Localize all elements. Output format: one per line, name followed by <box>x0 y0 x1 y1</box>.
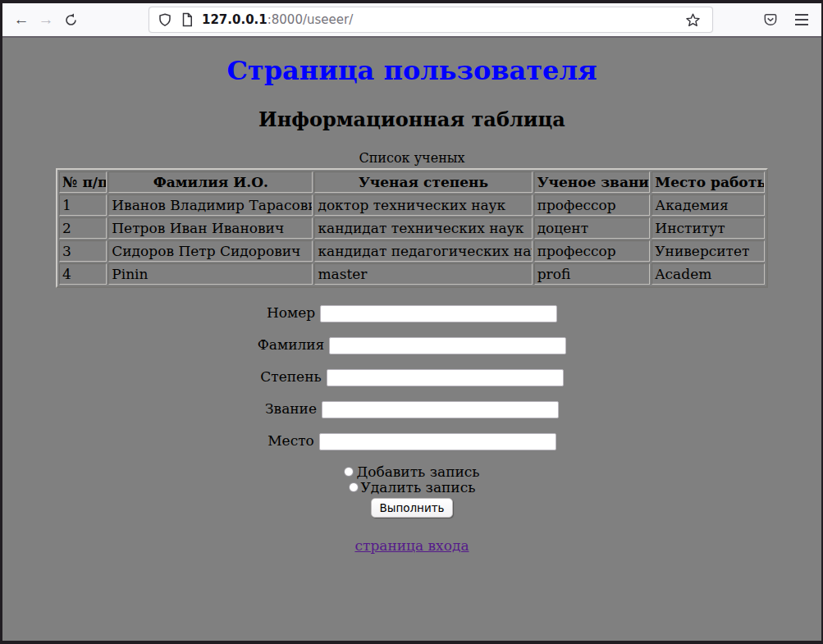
col-header-rank: Ученое звание <box>534 171 651 193</box>
form-row-surname: Фамилия <box>2 336 821 354</box>
pocket-icon <box>762 11 779 28</box>
browser-toolbar: ← → 127.0.0.1:8000/useeer/ <box>2 3 821 38</box>
shield-icon <box>158 12 172 27</box>
reload-button[interactable] <box>58 7 83 32</box>
menu-icon <box>795 14 808 16</box>
col-header-number: № п/п <box>59 171 107 193</box>
page-title: Страница пользователя <box>2 55 821 86</box>
cell-name: Сидоров Петр Сидорович <box>108 240 313 262</box>
menu-button[interactable] <box>790 8 813 31</box>
cell-degree: кандидат технических наук <box>314 217 532 239</box>
rank-label: Звание <box>265 400 317 417</box>
table-row: 3 Сидоров Петр Сидорович кандидат педаго… <box>59 240 765 262</box>
form-row-rank: Звание <box>2 400 821 418</box>
page-content: Страница пользователя Информационная таб… <box>2 38 821 641</box>
degree-input[interactable] <box>327 369 564 386</box>
table-caption: Список ученых <box>2 150 821 166</box>
add-record-label: Добавить запись <box>356 464 479 480</box>
radio-row-delete: Удалить запись <box>2 480 821 496</box>
cell-rank: profi <box>534 263 651 285</box>
url-path: :8000/useeer/ <box>267 12 354 27</box>
login-page-link[interactable]: страница входа <box>354 537 469 554</box>
page-info-icon <box>181 12 194 27</box>
col-header-name: Фамилия И.О. <box>108 171 313 193</box>
number-label: Номер <box>267 304 315 321</box>
login-link-wrap: страница входа <box>2 537 821 554</box>
cell-workplace: Институт <box>652 217 765 239</box>
star-icon <box>685 12 701 28</box>
surname-label: Фамилия <box>258 336 325 353</box>
record-form: Номер Фамилия Степень Звание Место Добав… <box>2 304 821 518</box>
cell-name: Pinin <box>108 263 313 285</box>
cell-rank: доцент <box>534 217 651 239</box>
url-bar[interactable]: 127.0.0.1:8000/useeer/ <box>149 7 713 33</box>
scientists-table-wrap: Список ученых № п/п Фамилия И.О. Ученая … <box>2 150 821 288</box>
delete-record-label: Удалить запись <box>361 479 476 496</box>
forward-button[interactable]: → <box>34 7 58 32</box>
cell-rank: профессор <box>534 194 651 216</box>
cell-number: 2 <box>59 217 107 239</box>
table-header-row: № п/п Фамилия И.О. Ученая степень Ученое… <box>59 171 765 193</box>
table-row: 2 Петров Иван Иванович кандидат техничес… <box>59 217 765 239</box>
col-header-degree: Ученая степень <box>314 171 532 193</box>
cell-workplace: Университет <box>652 240 765 262</box>
form-row-number: Номер <box>2 304 821 322</box>
table-row: 4 Pinin master profi Academ <box>59 263 765 285</box>
cell-workplace: Academ <box>652 263 765 285</box>
browser-window: ← → 127.0.0.1:8000/useeer/ <box>0 0 823 644</box>
cell-degree: master <box>314 263 532 285</box>
reload-icon <box>64 13 78 27</box>
cell-name: Иванов Владимир Тарасович <box>108 194 313 216</box>
cell-workplace: Академия <box>652 194 765 216</box>
degree-label: Степень <box>260 368 321 385</box>
scientists-table: № п/п Фамилия И.О. Ученая степень Ученое… <box>56 168 768 288</box>
form-row-degree: Степень <box>2 368 821 386</box>
col-header-workplace: Место работы <box>652 171 765 193</box>
cell-degree: доктор технических наук <box>314 194 532 216</box>
pocket-button[interactable] <box>759 8 782 31</box>
workplace-label: Место <box>267 432 314 449</box>
execute-button[interactable]: Выполнить <box>371 498 452 518</box>
form-row-workplace: Место <box>2 432 821 450</box>
rank-input[interactable] <box>322 401 559 418</box>
radio-row-add: Добавить запись <box>2 464 821 480</box>
cell-number: 1 <box>59 194 107 216</box>
cell-name: Петров Иван Иванович <box>108 217 313 239</box>
bookmark-star-button[interactable] <box>681 8 704 31</box>
add-record-radio[interactable] <box>344 467 354 477</box>
delete-record-radio[interactable] <box>349 482 359 492</box>
surname-input[interactable] <box>329 337 566 354</box>
cell-number: 4 <box>59 263 107 285</box>
url-host: 127.0.0.1 <box>202 12 267 27</box>
table-row: 1 Иванов Владимир Тарасович доктор техни… <box>59 194 765 216</box>
number-input[interactable] <box>320 305 557 322</box>
url-text: 127.0.0.1:8000/useeer/ <box>202 12 681 27</box>
workplace-input[interactable] <box>319 433 556 450</box>
cell-degree: кандидат педагогических наук <box>314 240 532 262</box>
back-button[interactable]: ← <box>9 7 34 32</box>
page-subtitle: Информационная таблица <box>2 107 821 131</box>
cell-rank: профессор <box>534 240 651 262</box>
cell-number: 3 <box>59 240 107 262</box>
